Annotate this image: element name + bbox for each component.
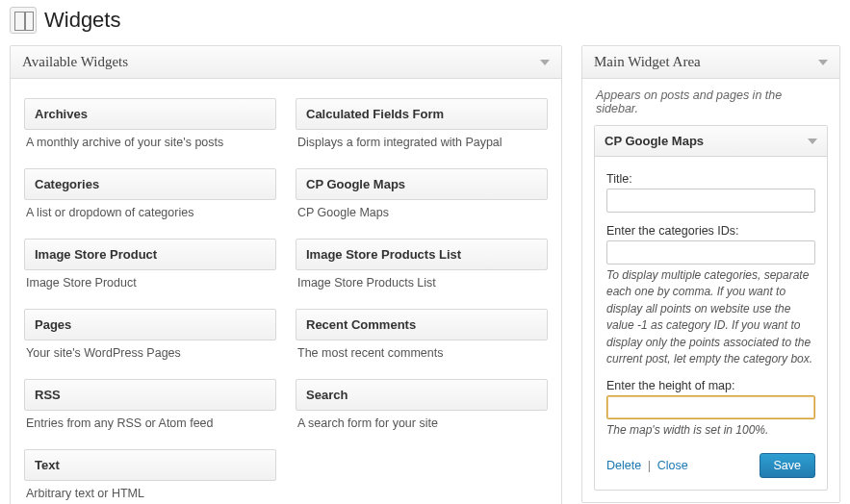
available-widget: CP Google MapsCP Google Maps [296, 168, 548, 229]
widget-drag-handle[interactable]: Pages [24, 309, 276, 340]
available-widget: ArchivesA monthly archive of your site's… [24, 98, 276, 159]
chevron-down-icon [818, 60, 828, 65]
main-widget-area-toggle[interactable]: Main Widget Area [582, 46, 839, 79]
available-widget: SearchA search form for your site [296, 379, 548, 440]
widget-instance-cp-google-maps: CP Google Maps Title: Enter the categori… [594, 125, 828, 491]
widget-description: Arbitrary text or HTML [24, 481, 276, 504]
widget-drag-handle[interactable]: Archives [24, 98, 276, 130]
chevron-down-icon [540, 60, 550, 65]
widget-description: A monthly archive of your site's posts [24, 130, 276, 159]
widget-drag-handle[interactable]: Search [296, 379, 548, 411]
title-input[interactable] [606, 189, 815, 213]
chevron-down-icon [808, 139, 817, 144]
delete-link[interactable]: Delete [606, 459, 641, 472]
widget-drag-handle[interactable]: CP Google Maps [296, 168, 548, 200]
available-widget: RSSEntries from any RSS or Atom feed [24, 379, 276, 440]
height-input[interactable] [606, 395, 815, 419]
available-widget: Calculated Fields FormDisplays a form in… [296, 98, 548, 159]
height-label: Enter the height of map: [606, 379, 815, 392]
widget-description: CP Google Maps [296, 200, 548, 229]
widget-drag-handle[interactable]: Image Store Products List [296, 239, 548, 270]
main-widget-area-panel: Main Widget Area Appears on posts and pa… [581, 45, 840, 503]
widgets-icon [10, 7, 37, 34]
categories-label: Enter the categories IDs: [606, 224, 815, 238]
height-hint: The map's width is set in 100%. [606, 422, 815, 439]
available-widget: Image Store Products ListImage Store Pro… [296, 239, 548, 299]
widget-description: Entries from any RSS or Atom feed [24, 411, 276, 440]
widget-instance-title: CP Google Maps [605, 134, 704, 148]
page-title: Widgets [44, 8, 120, 33]
widget-drag-handle[interactable]: RSS [24, 379, 276, 411]
available-widget: Image Store ProductImage Store Product [24, 239, 276, 299]
widget-description: The most recent comments [296, 340, 548, 369]
widget-drag-handle[interactable]: Calculated Fields Form [296, 98, 548, 130]
available-widget: PagesYour site's WordPress Pages [24, 309, 276, 369]
sidebar-description: Appears on posts and pages in the sideba… [582, 79, 839, 117]
available-widgets-title: Available Widgets [22, 54, 128, 70]
widget-description: Image Store Products List [296, 270, 548, 299]
widget-drag-handle[interactable]: Recent Comments [296, 309, 548, 340]
save-button[interactable]: Save [760, 453, 816, 478]
widget-description: Your site's WordPress Pages [24, 340, 276, 369]
available-widget: CategoriesA list or dropdown of categori… [24, 168, 276, 229]
available-widgets-toggle[interactable]: Available Widgets [11, 46, 561, 79]
widget-drag-handle[interactable]: Image Store Product [24, 239, 276, 270]
widget-description: Displays a form integrated with Paypal [296, 130, 548, 159]
categories-input[interactable] [606, 240, 815, 265]
widget-drag-handle[interactable]: Categories [24, 168, 276, 200]
categories-hint: To display multiple categories, separate… [606, 267, 815, 367]
widget-instance-toggle[interactable]: CP Google Maps [595, 126, 827, 157]
main-widget-area-title: Main Widget Area [594, 54, 701, 70]
page-header: Widgets [10, 7, 840, 34]
widget-description: A search form for your site [296, 411, 548, 440]
widget-description: Image Store Product [24, 270, 276, 299]
available-widget: TextArbitrary text or HTML [24, 449, 276, 504]
available-widget: Recent CommentsThe most recent comments [296, 309, 548, 369]
title-label: Title: [606, 172, 815, 186]
available-widgets-panel: Available Widgets ArchivesA monthly arch… [10, 45, 562, 504]
separator: | [645, 458, 654, 472]
widget-drag-handle[interactable]: Text [24, 449, 276, 481]
close-link[interactable]: Close [657, 459, 688, 472]
widget-description: A list or dropdown of categories [24, 200, 276, 229]
